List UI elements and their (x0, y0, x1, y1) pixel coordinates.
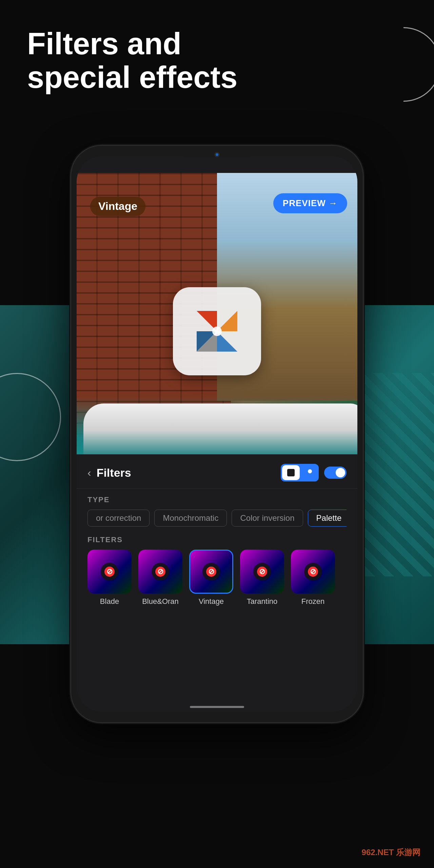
filter-header-left: ‹ Filters (87, 466, 131, 479)
no-icon-blade: ⊘ (104, 567, 115, 577)
no-icon-frozen: ⊘ (308, 567, 318, 577)
type-chips: or correction Monochromatic Color invers… (87, 510, 347, 527)
filter-name-vintage: Vintage (199, 597, 224, 606)
filter-toggle[interactable] (324, 467, 347, 479)
decorative-circle-top (366, 27, 434, 102)
view-toggle[interactable] (281, 464, 319, 481)
filter-title: Filters (97, 466, 131, 479)
filter-item-blade[interactable]: ⊘ Blade (87, 550, 132, 606)
filter-panel: ‹ Filters TYPE (77, 454, 357, 712)
type-chip-palette[interactable]: Palette (308, 510, 347, 527)
home-indicator (190, 706, 244, 708)
filters-label: FILTERS (87, 535, 347, 544)
filter-thumb-blade: ⊘ (87, 550, 132, 594)
filter-item-tarantino[interactable]: ⊘ Tarantino (240, 550, 284, 606)
logo-svg (186, 301, 248, 362)
watermark: 962.NET 乐游网 (362, 847, 420, 858)
back-button[interactable]: ‹ (87, 467, 91, 479)
filter-thumb-blueoran: ⊘ (138, 550, 182, 594)
filter-item-blueoran[interactable]: ⊘ Blue&Oran (138, 550, 182, 606)
filter-thumb-frozen: ⊘ (291, 550, 335, 594)
preview-button[interactable]: PREVIEW → (273, 193, 347, 213)
filter-thumb-tarantino: ⊘ (240, 550, 284, 594)
list-view-btn[interactable] (301, 464, 319, 479)
no-icon-tarantino: ⊘ (257, 567, 267, 577)
phone-screen: Vintage PREVIEW → (77, 156, 357, 712)
filter-item-vintage[interactable]: ⊘ Vintage (189, 550, 233, 606)
phone-frame: Vintage PREVIEW → (71, 146, 363, 722)
filter-icon-blueoran: ⊘ (152, 563, 169, 580)
type-chip-monochromatic[interactable]: Monochromatic (154, 510, 227, 527)
filter-icon-tarantino: ⊘ (253, 563, 271, 580)
filter-icon-vintage: ⊘ (202, 563, 220, 580)
app-logo (173, 287, 261, 375)
grid-view-btn[interactable] (282, 465, 300, 480)
type-label: TYPE (87, 495, 347, 504)
no-icon-blueoran: ⊘ (155, 567, 165, 577)
filter-header: ‹ Filters (77, 454, 357, 489)
no-icon-vintage: ⊘ (206, 567, 216, 577)
filter-thumbnails: ⊘ Blade ⊘ Blue&Oran (87, 550, 347, 606)
filter-thumb-vintage: ⊘ (189, 550, 233, 594)
filter-icon-blade: ⊘ (101, 563, 118, 580)
filter-name-tarantino: Tarantino (247, 597, 278, 606)
dot-icon (308, 469, 312, 473)
type-section: TYPE or correction Monochromatic Color i… (77, 489, 357, 532)
filter-name-frozen: Frozen (301, 597, 324, 606)
type-chip-color-correction[interactable]: or correction (87, 510, 150, 527)
filter-icon-frozen: ⊘ (304, 563, 322, 580)
photo-area: Vintage PREVIEW → (77, 173, 357, 498)
filters-section: FILTERS ⊘ Blade (77, 532, 357, 613)
filter-name-blueoran: Blue&Oran (142, 597, 179, 606)
page-title: Filters and special effects (27, 27, 237, 94)
grid-icon (287, 469, 295, 476)
filter-name-blade: Blade (100, 597, 119, 606)
filter-item-frozen[interactable]: ⊘ Frozen (291, 550, 335, 606)
vintage-badge: Vintage (90, 197, 145, 216)
phone-camera (214, 152, 220, 157)
type-chip-color-inversion[interactable]: Color inversion (232, 510, 303, 527)
